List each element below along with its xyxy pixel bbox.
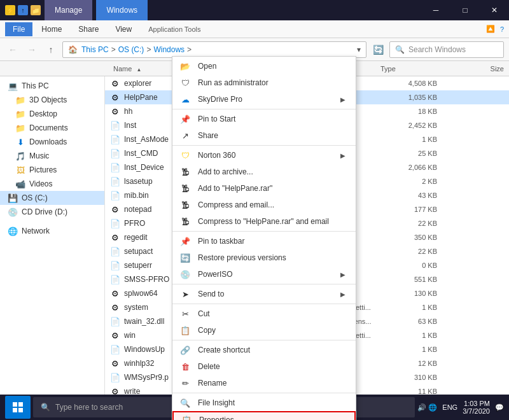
archive-icon: 🗜 [179, 199, 192, 211]
title-bar-left: ⚡ ↑ 📁 Manage Windows [5, 0, 148, 20]
context-menu: 📂Open🛡Run as administrator☁SkyDrive Pro▶… [172, 56, 356, 420]
back-button[interactable]: ← [5, 42, 20, 57]
context-menu-item[interactable]: 📌Pin to Start [172, 111, 356, 127]
address-path[interactable]: 🏠 This PC > OS (C:) > Windows > ▾ [62, 41, 366, 58]
context-menu-item[interactable]: 🛡Run as administrator [172, 74, 356, 91]
file-icon: 📄 [110, 274, 120, 284]
maximize-button[interactable]: □ [450, 0, 480, 20]
sidebar-item-network[interactable]: 🌐 Network [0, 224, 104, 238]
file-icon: 📄 [110, 176, 120, 186]
file-icon: 📄 [110, 190, 120, 200]
file-size: 43 KB [391, 192, 442, 199]
poweriso-icon: 💿 [179, 268, 192, 281]
context-menu-item[interactable]: 💿PowerISO▶ [172, 266, 356, 283]
close-button[interactable]: ✕ [480, 0, 509, 20]
file-icon: 📄 [110, 260, 120, 270]
delete-icon: 🗑 [179, 360, 192, 373]
sidebar-spacer [0, 219, 104, 224]
insight-icon: 🔍 [179, 396, 192, 409]
context-menu-item[interactable]: 🗜Add to "HelpPane.rar" [172, 180, 356, 197]
sidebar-item-pictures[interactable]: 🖼 Pictures [0, 163, 104, 177]
windows-tab[interactable]: Windows [96, 0, 148, 20]
file-icon: 📄 [110, 120, 120, 130]
window-icons: ⚡ ↑ 📁 [5, 5, 41, 15]
context-menu-item[interactable]: 🗑Delete [172, 358, 356, 375]
path-thispc[interactable]: This PC [81, 45, 109, 54]
col-header-size[interactable]: Size [458, 65, 509, 73]
context-menu-item[interactable]: ↗Share [172, 127, 356, 144]
clock-time: 1:03 PM [463, 400, 490, 407]
sidebar-item-desktop[interactable]: 📁 Desktop [0, 107, 104, 121]
sidebar-item-downloads[interactable]: ⬇ Downloads [0, 135, 104, 149]
taskbar-search-text: Type here to search [55, 403, 123, 412]
quick-access-icon[interactable]: ⚡ [5, 5, 15, 15]
col-header-type[interactable]: Type [375, 65, 458, 73]
file-size: 310 KB [391, 374, 442, 381]
context-menu-label: Open [198, 62, 216, 71]
context-menu-item[interactable]: 🗜Add to archive... [172, 164, 356, 180]
tab-file[interactable]: File [5, 22, 32, 36]
context-menu-item[interactable]: 📋Copy [172, 322, 356, 339]
sidebar-item-thispc[interactable]: 💻 This PC [0, 79, 104, 93]
manage-tab[interactable]: Manage [45, 0, 92, 20]
context-menu-item[interactable]: 🔍File Insight [172, 395, 356, 411]
context-menu-item[interactable]: ✏Rename [172, 375, 356, 391]
context-menu-item[interactable]: 🔗Create shortcut [172, 342, 356, 358]
file-size: 551 KB [391, 276, 442, 283]
context-menu-item[interactable]: ✂Cut [172, 305, 356, 322]
context-menu-item[interactable]: 🔄Restore previous versions [172, 249, 356, 266]
start-button[interactable] [5, 396, 31, 419]
context-menu-label: Share [198, 131, 218, 140]
sidebar-item-osc[interactable]: 💾 OS (C:) [0, 191, 104, 205]
context-menu-item[interactable]: 📋Properties [172, 411, 356, 420]
minimize-button[interactable]: ─ [421, 0, 450, 20]
file-icon: ⚙ [110, 288, 120, 298]
context-menu-item[interactable]: 📌Pin to taskbar [172, 233, 356, 249]
path-home-icon: 🏠 [68, 45, 78, 54]
sidebar-item-3dobjects[interactable]: 📁 3D Objects [0, 93, 104, 107]
folder-pictures-icon: 🖼 [15, 165, 25, 175]
ribbon-collapse-btn[interactable]: 🔼 [486, 25, 495, 33]
sidebar: 💻 This PC 📁 3D Objects 📁 Desktop 📁 Docum… [0, 76, 105, 402]
file-size: 1 KB [391, 304, 442, 311]
norton-icon: 🛡 [179, 149, 192, 162]
path-windows[interactable]: Windows [153, 45, 185, 54]
sidebar-item-cddrive[interactable]: 💿 CD Drive (D:) [0, 205, 104, 219]
notification-icon[interactable]: 💬 [495, 403, 504, 412]
context-menu-label: Run as administrator [198, 78, 268, 87]
file-icon: ⚙ [110, 106, 120, 116]
sidebar-item-videos[interactable]: 📹 Videos [0, 177, 104, 191]
sidebar-item-documents[interactable]: 📁 Documents [0, 121, 104, 135]
search-box[interactable]: 🔍 Search Windows [389, 41, 504, 58]
file-size: 22 KB [391, 220, 442, 227]
tab-application-tools[interactable]: Application Tools [141, 23, 208, 36]
restore-icon: 🔄 [179, 251, 192, 264]
file-size: 2,452 KB [391, 122, 442, 129]
file-icon: ⚙ [110, 92, 120, 102]
file-size: 177 KB [391, 206, 442, 213]
file-size: 22 KB [391, 248, 442, 255]
refresh-button[interactable]: 🔄 [370, 42, 386, 57]
context-menu-item[interactable]: 🗜Compress to "HelpPane.rar" and email [172, 213, 356, 230]
path-dropdown-btn[interactable]: ▾ [357, 45, 361, 54]
file-size: 25 KB [391, 150, 442, 157]
tab-home[interactable]: Home [34, 22, 69, 36]
file-icon: ⚙ [110, 232, 120, 242]
context-menu-item[interactable]: 🗜Compress and email... [172, 197, 356, 213]
context-menu-item[interactable]: 🛡Norton 360▶ [172, 147, 356, 164]
context-menu-item[interactable]: 📂Open [172, 58, 356, 74]
tab-view[interactable]: View [108, 22, 139, 36]
network-icon: 🌐 [8, 226, 18, 236]
up-button[interactable]: ↑ [43, 42, 59, 57]
path-osc[interactable]: OS (C:) [118, 45, 144, 54]
help-btn[interactable]: ? [500, 25, 504, 33]
sidebar-item-music[interactable]: 🎵 Music [0, 149, 104, 163]
tab-share[interactable]: Share [71, 22, 106, 36]
folder-3dobjects-icon: 📁 [15, 95, 25, 105]
forward-button[interactable]: → [24, 42, 39, 57]
context-menu-item[interactable]: ☁SkyDrive Pro▶ [172, 91, 356, 108]
sidebar-label-pictures: Pictures [29, 165, 57, 174]
context-menu-item[interactable]: ➤Send to▶ [172, 286, 356, 302]
folder-nav-icon[interactable]: ↑ [18, 5, 28, 15]
context-menu-label: SkyDrive Pro [198, 95, 242, 104]
